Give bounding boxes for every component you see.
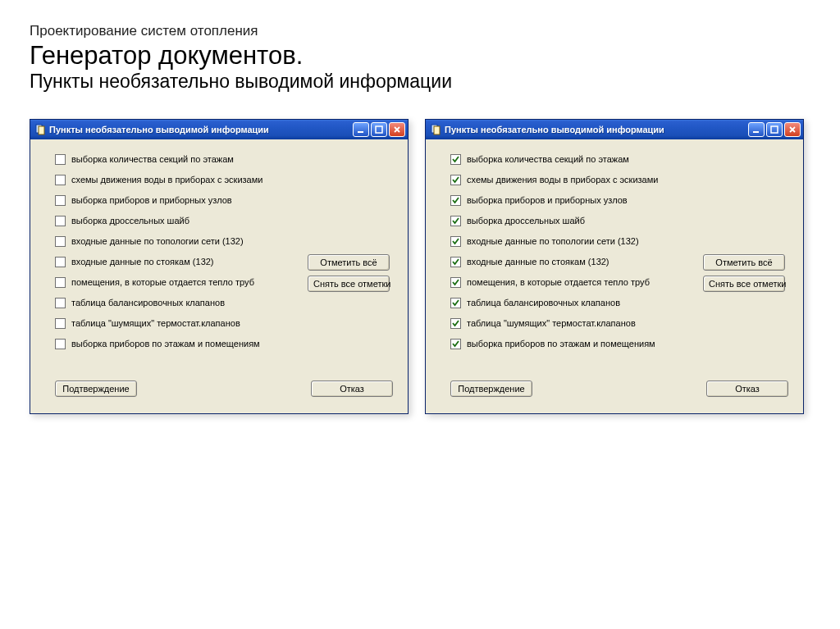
minimize-icon	[752, 125, 760, 134]
checkbox[interactable]	[55, 175, 66, 185]
list-item[interactable]: таблица "шумящих" термостат.клапанов	[55, 318, 301, 329]
deselect-all-button[interactable]: Снять все отметки	[703, 276, 785, 292]
maximize-icon	[770, 125, 778, 134]
checkbox[interactable]	[55, 318, 66, 329]
select-all-button[interactable]: Отметить всё	[308, 254, 390, 271]
checkbox[interactable]	[55, 195, 66, 206]
list-item[interactable]: выборка приборов по этажам и помещениям	[450, 339, 696, 349]
svg-rect-1	[39, 126, 44, 134]
minimize-button[interactable]	[748, 122, 765, 137]
checkmark-icon	[452, 217, 459, 225]
list-item[interactable]: входные данные по стоякам (132)	[55, 257, 301, 267]
checkbox[interactable]	[55, 236, 66, 247]
close-icon	[788, 125, 797, 134]
checkbox[interactable]	[55, 257, 66, 267]
checkbox-label: выборка приборов по этажам и помещениям	[71, 339, 260, 349]
close-button[interactable]	[389, 122, 405, 137]
dialog-window-checked: Пункты необязательно выводимой информаци…	[425, 119, 804, 414]
app-icon	[34, 124, 46, 135]
list-item[interactable]: входные данные по топологии сети (132)	[55, 236, 301, 247]
close-icon	[393, 125, 401, 134]
checkbox[interactable]	[450, 318, 461, 329]
checkbox-label: помещения, в которые отдается тепло труб	[71, 277, 254, 287]
checkbox-list: выборка количества секций по этажам схем…	[436, 154, 696, 349]
list-item[interactable]: выборка количества секций по этажам	[450, 154, 696, 165]
slide-pre-title: Проектирование систем отопления	[30, 23, 810, 39]
checkbox-label: таблица балансировочных клапанов	[71, 298, 225, 308]
checkmark-icon	[452, 320, 459, 327]
checkbox-label: выборка приборов и приборных узлов	[467, 195, 628, 205]
checkbox-label: входные данные по топологии сети (132)	[467, 236, 639, 246]
checkbox[interactable]	[450, 154, 461, 165]
maximize-icon	[375, 125, 383, 134]
list-item[interactable]: таблица балансировочных клапанов	[450, 298, 696, 308]
checkmark-icon	[452, 197, 459, 204]
svg-rect-5	[434, 126, 440, 134]
checkbox-label: выборка дроссельных шайб	[467, 216, 585, 226]
checkbox[interactable]	[55, 154, 66, 165]
list-item[interactable]: входные данные по топологии сети (132)	[450, 236, 696, 247]
maximize-button[interactable]	[766, 122, 783, 137]
checkbox-label: таблица "шумящих" термостат.клапанов	[71, 318, 240, 328]
checkbox[interactable]	[55, 298, 66, 308]
checkmark-icon	[452, 299, 459, 307]
checkbox-label: таблица балансировочных клапанов	[467, 298, 620, 308]
list-item[interactable]: выборка приборов по этажам и помещениям	[55, 339, 301, 349]
list-item[interactable]: помещения, в которые отдается тепло труб	[450, 277, 696, 288]
checkbox-label: входные данные по стоякам (132)	[71, 257, 214, 267]
select-all-button[interactable]: Отметить всё	[703, 254, 785, 271]
list-item[interactable]: таблица балансировочных клапанов	[55, 298, 301, 308]
checkbox-label: помещения, в которые отдается тепло труб	[467, 277, 650, 287]
close-button[interactable]	[784, 122, 801, 137]
checkbox[interactable]	[55, 339, 66, 349]
checkbox[interactable]	[450, 298, 461, 308]
svg-rect-6	[753, 131, 759, 133]
checkbox-label: выборка количества секций по этажам	[467, 154, 629, 164]
list-item[interactable]: выборка дроссельных шайб	[450, 216, 696, 226]
checkmark-icon	[452, 279, 459, 286]
checkbox[interactable]	[450, 236, 461, 247]
checkbox-list: выборка количества секций по этажам схем…	[40, 154, 301, 349]
confirm-button[interactable]: Подтверждение	[55, 381, 137, 397]
slide-title-line1: Генератор документов.	[30, 41, 810, 71]
checkmark-icon	[452, 156, 459, 163]
list-item[interactable]: помещения, в которые отдается тепло труб	[55, 277, 301, 288]
list-item[interactable]: выборка приборов и приборных узлов	[450, 195, 696, 206]
cancel-button[interactable]: Отказ	[706, 381, 788, 397]
checkbox-label: входные данные по стоякам (132)	[467, 257, 609, 267]
minimize-button[interactable]	[353, 122, 369, 137]
checkbox-label: схемы движения воды в приборах с эскизам…	[467, 175, 658, 185]
confirm-button[interactable]: Подтверждение	[450, 381, 532, 397]
checkbox[interactable]	[450, 257, 461, 267]
checkbox[interactable]	[450, 216, 461, 226]
checkbox-label: выборка дроссельных шайб	[71, 216, 189, 226]
checkbox[interactable]	[450, 175, 461, 185]
svg-rect-3	[376, 126, 382, 133]
slide-title-line2: Пункты необязательно выводимой информаци…	[30, 71, 810, 93]
checkbox-label: схемы движения воды в приборах с эскизам…	[71, 175, 262, 185]
maximize-button[interactable]	[371, 122, 387, 137]
checkbox[interactable]	[450, 277, 461, 288]
cancel-button[interactable]: Отказ	[311, 381, 393, 397]
checkbox-label: выборка приборов по этажам и помещениям	[467, 339, 655, 349]
list-item[interactable]: схемы движения воды в приборах с эскизам…	[55, 175, 301, 185]
list-item[interactable]: выборка количества секций по этажам	[55, 154, 301, 165]
deselect-all-button[interactable]: Снять все отметки	[308, 276, 390, 292]
checkmark-icon	[452, 258, 459, 266]
list-item[interactable]: выборка приборов и приборных узлов	[55, 195, 301, 206]
titlebar[interactable]: Пункты необязательно выводимой информаци…	[30, 120, 408, 139]
list-item[interactable]: выборка дроссельных шайб	[55, 216, 301, 226]
checkmark-icon	[452, 176, 459, 184]
checkbox[interactable]	[55, 216, 66, 226]
checkbox[interactable]	[450, 195, 461, 206]
titlebar[interactable]: Пункты необязательно выводимой информаци…	[426, 120, 803, 139]
app-icon	[430, 124, 441, 135]
checkbox[interactable]	[55, 277, 66, 288]
list-item[interactable]: входные данные по стоякам (132)	[450, 257, 696, 267]
dialog-window-unchecked: Пункты необязательно выводимой информаци…	[30, 119, 409, 414]
checkbox-label: выборка количества секций по этажам	[71, 154, 234, 164]
list-item[interactable]: схемы движения воды в приборах с эскизам…	[450, 175, 696, 185]
list-item[interactable]: таблица "шумящих" термостат.клапанов	[450, 318, 696, 329]
checkbox[interactable]	[450, 339, 461, 349]
checkmark-icon	[452, 340, 459, 348]
